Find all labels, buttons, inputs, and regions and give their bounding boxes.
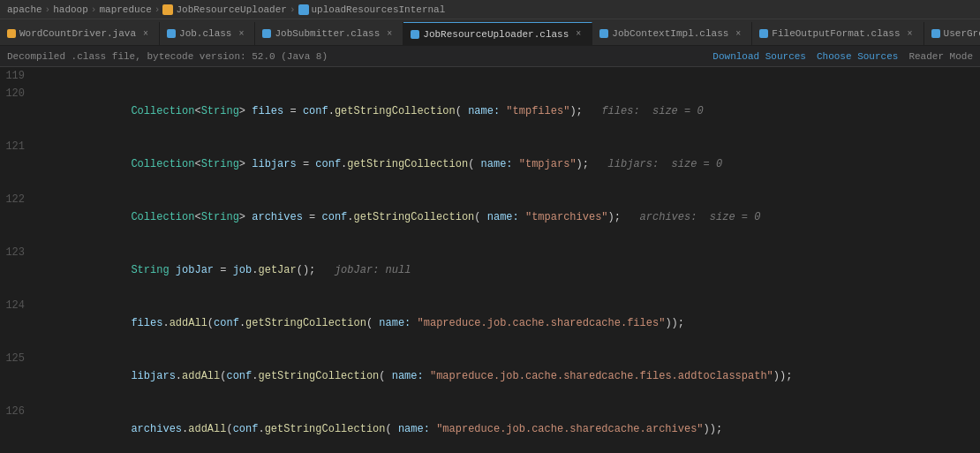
breadcrumb: apache › hadoop › mapreduce › JobResourc…: [0, 0, 980, 19]
gutter: [35, 191, 51, 244]
line-number: 119: [0, 67, 35, 85]
code-line: libjars.addAll(conf.getStringCollection(…: [51, 350, 980, 403]
tab-job[interactable]: Job.class ×: [160, 22, 255, 45]
gutter: [35, 85, 51, 138]
breadcrumb-hadoop: hadoop: [53, 4, 88, 15]
table-row: 119: [0, 67, 980, 85]
java-file-icon: [7, 29, 16, 38]
line-number: 124: [0, 297, 35, 350]
table-row: 124 files.addAll(conf.getStringCollectio…: [0, 297, 980, 350]
gutter: [35, 403, 51, 453]
line-number: 121: [0, 138, 35, 191]
close-tab-jobresourceuploader[interactable]: ×: [572, 28, 584, 41]
tab-jobcontextimpl[interactable]: JobContextImpl.class ×: [592, 22, 752, 45]
close-tab-jobsubmitter[interactable]: ×: [383, 27, 396, 40]
line-number: 125: [0, 350, 35, 403]
info-bar: Decompiled .class file, bytecode version…: [0, 46, 980, 67]
code-area: 119 120 Collection<String> files = conf.…: [0, 67, 980, 453]
code-line: Collection<String> archives = conf.getSt…: [51, 191, 980, 244]
code-line: archives.addAll(conf.getStringCollection…: [51, 403, 980, 453]
gutter: [35, 244, 51, 297]
choose-sources-link[interactable]: Choose Sources: [817, 51, 898, 62]
gutter: [35, 138, 51, 191]
class-file-icon: [167, 29, 176, 38]
close-tab-jobcontextimpl[interactable]: ×: [732, 27, 744, 40]
tab-usergroupinfo[interactable]: UserGroupInformation.class ×: [924, 22, 980, 45]
code-line: String jobJar = job.getJar(); jobJar: nu…: [51, 244, 980, 297]
class-file-icon: [759, 29, 768, 38]
table-row: 120 Collection<String> files = conf.getS…: [0, 85, 980, 138]
breadcrumb-method: uploadResourcesInternal: [298, 4, 446, 15]
line-number: 123: [0, 244, 35, 297]
table-row: 126 archives.addAll(conf.getStringCollec…: [0, 403, 980, 453]
info-actions: Download Sources Choose Sources Reader M…: [712, 51, 973, 62]
tab-jobresourceuploader[interactable]: JobResourceUploader.class ×: [403, 22, 592, 45]
close-tab-fileoutputformat[interactable]: ×: [904, 27, 916, 40]
decompiled-info: Decompiled .class file, bytecode version…: [7, 51, 328, 62]
breadcrumb-jobresourceuploader: JobResourceUploader: [162, 4, 286, 15]
table-row: 125 libjars.addAll(conf.getStringCollect…: [0, 350, 980, 403]
tab-fileoutputformat[interactable]: FileOutputFormat.class ×: [752, 22, 923, 45]
class-file-icon: [599, 29, 608, 38]
line-number: 122: [0, 191, 35, 244]
tab-jobsubmitter[interactable]: JobSubmitter.class ×: [255, 22, 403, 45]
gutter: [35, 350, 51, 403]
breadcrumb-apache: apache: [7, 4, 42, 15]
code-table: 119 120 Collection<String> files = conf.…: [0, 67, 980, 453]
main-layout: apache › hadoop › mapreduce › JobResourc…: [0, 0, 980, 453]
line-number: 126: [0, 403, 35, 453]
close-tab-job[interactable]: ×: [235, 27, 247, 40]
code-line: [51, 67, 980, 85]
class-icon: [162, 4, 173, 15]
gutter: [35, 67, 51, 85]
download-sources-link[interactable]: Download Sources: [712, 51, 806, 62]
code-line: Collection<String> files = conf.getStrin…: [51, 85, 980, 138]
breadcrumb-mapreduce: mapreduce: [99, 4, 151, 15]
method-icon: [298, 4, 309, 15]
class-file-icon: [411, 30, 419, 39]
class-file-icon: [262, 29, 271, 38]
class-file-icon: [931, 29, 940, 38]
table-row: 121 Collection<String> libjars = conf.ge…: [0, 138, 980, 191]
tabs-bar: WordCountDriver.java × Job.class × JobSu…: [0, 19, 980, 46]
reader-mode-label: Reader Mode: [908, 51, 973, 62]
table-row: 123 String jobJar = job.getJar(); jobJar…: [0, 244, 980, 297]
table-row: 122 Collection<String> archives = conf.g…: [0, 191, 980, 244]
gutter: [35, 297, 51, 350]
close-tab-wordcountdriver[interactable]: ×: [139, 27, 152, 40]
code-line: Collection<String> libjars = conf.getStr…: [51, 138, 980, 191]
code-line: files.addAll(conf.getStringCollection( n…: [51, 297, 980, 350]
tab-wordcountdriver[interactable]: WordCountDriver.java ×: [0, 22, 160, 45]
line-number: 120: [0, 85, 35, 138]
